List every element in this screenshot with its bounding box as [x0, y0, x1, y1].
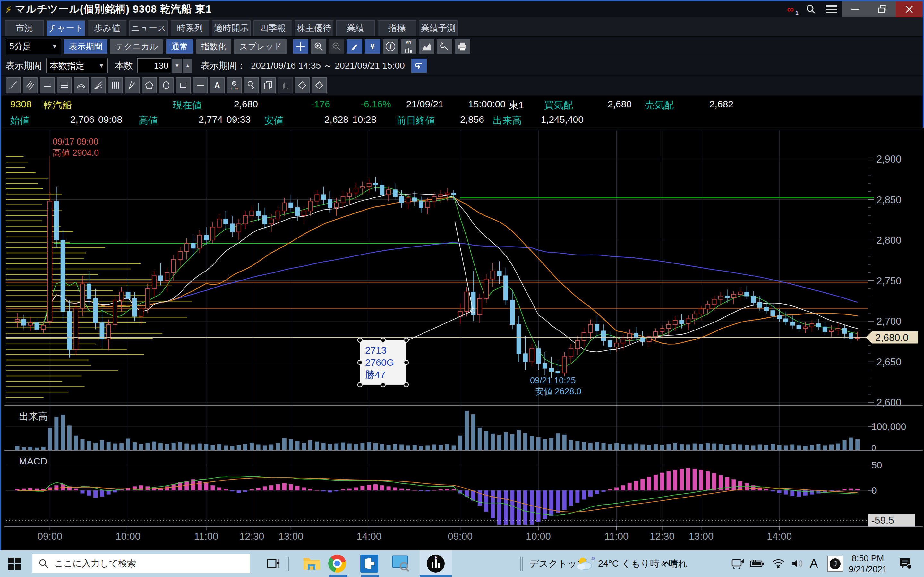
trend-line-icon[interactable] [6, 77, 21, 93]
hand-tool-icon[interactable] [278, 77, 292, 93]
tab-株主優待[interactable]: 株主優待 [295, 20, 333, 36]
open-label: 始値 [10, 114, 29, 127]
button-表示期間[interactable]: 表示期間 [64, 39, 107, 53]
angle-lines-icon[interactable] [125, 77, 140, 93]
selection-handle[interactable] [381, 382, 385, 387]
my-chart-icon[interactable]: MY​ [401, 39, 416, 53]
triple-hline-icon[interactable] [57, 77, 71, 93]
tab-四季報[interactable]: 四季報 [254, 20, 292, 36]
tab-業績[interactable]: 業績 [336, 20, 375, 36]
tab-ニュース[interactable]: ニュース [129, 20, 168, 36]
app-logo-icon: ⚡ [5, 4, 12, 15]
interval-dropdown[interactable]: 5分足▼ [6, 39, 61, 54]
volume-icon[interactable] [788, 553, 806, 574]
yen-icon[interactable]: ¥ [365, 39, 380, 53]
time-tick-label: 13:00 [278, 531, 304, 542]
eraser-all-icon[interactable]: A [312, 77, 326, 93]
button-指数化[interactable]: 指数化 [196, 39, 231, 53]
selection-handle[interactable] [358, 382, 362, 387]
action-center-icon[interactable] [896, 553, 915, 574]
start-button[interactable] [8, 550, 21, 577]
cast-icon[interactable] [728, 553, 746, 574]
close-button[interactable] [896, 1, 923, 17]
wifi-icon[interactable] [769, 553, 787, 574]
price-chart[interactable]: 2,9002,8502,8002,7502,7002,6502,6002,680… [1, 127, 924, 552]
button-テクニカル[interactable]: テクニカル [110, 39, 163, 53]
selection-handle[interactable] [404, 338, 409, 342]
vertical-lines-icon[interactable] [108, 77, 123, 93]
wrench-icon[interactable] [437, 39, 452, 53]
chrome-icon[interactable] [326, 553, 348, 574]
area-chart-icon[interactable] [419, 39, 434, 53]
text-label-icon[interactable]: A [210, 77, 225, 93]
reload-button[interactable] [411, 59, 427, 73]
drop-marker-icon[interactable] [244, 77, 258, 93]
selection-handle[interactable] [381, 338, 385, 342]
selection-handle[interactable] [358, 360, 362, 365]
tab-歩み値[interactable]: 歩み値 [88, 20, 126, 36]
blue-app-icon[interactable] [359, 553, 380, 574]
period-mode-dropdown[interactable]: 本数指定▼ [46, 58, 108, 73]
tab-適時開示[interactable]: 適時開示 [212, 20, 250, 36]
selection-handle[interactable] [358, 338, 362, 342]
pencil-icon[interactable] [347, 39, 362, 53]
file-explorer-icon[interactable] [301, 553, 322, 574]
remote-screen-icon[interactable] [390, 553, 411, 574]
selection-handle[interactable] [404, 360, 409, 365]
market-label: 東1 [509, 99, 524, 112]
icon-stamp-icon[interactable]: ICON [227, 77, 242, 93]
pentagon-icon[interactable] [142, 77, 157, 93]
tab-時系列[interactable]: 時系列 [171, 20, 209, 36]
printer-icon[interactable] [455, 39, 470, 53]
tab-業績予測[interactable]: 業績予測 [419, 20, 457, 36]
time-tick-label: 11:00 [604, 531, 628, 542]
rectangle-icon[interactable] [176, 77, 191, 93]
fibo-arc-icon[interactable] [74, 77, 89, 93]
marketspeed-app-icon[interactable]: R [425, 553, 446, 574]
time-tick-label: 09:00 [448, 531, 473, 542]
count-input[interactable]: 130 [137, 58, 171, 73]
link-icon[interactable]: ∞1 [780, 1, 801, 17]
zoom-in-icon[interactable] [311, 39, 326, 53]
button-スプレッド[interactable]: スプレッド [234, 39, 287, 53]
hatch-parallel-icon[interactable] [23, 77, 37, 93]
period-label: 表示期間 [6, 60, 42, 72]
tab-市況[interactable]: 市況 [5, 20, 44, 36]
ime-mode-indicator[interactable]: A [810, 550, 818, 577]
taskbar-clock[interactable]: 8:50 PM 9/21/2021 [847, 553, 889, 575]
tray-expand-chevron[interactable] [658, 553, 674, 574]
crosshair-icon[interactable] [293, 39, 309, 53]
count-down-button[interactable]: ▼ [172, 59, 182, 73]
info-icon[interactable]: i [383, 39, 398, 53]
minimize-button[interactable] [842, 1, 869, 17]
double-hline-icon[interactable] [40, 77, 55, 93]
taskbar-search[interactable] [32, 554, 250, 574]
search-icon[interactable] [801, 1, 821, 17]
battery-icon[interactable] [748, 553, 766, 574]
ellipse-icon[interactable] [159, 77, 174, 93]
tab-指標[interactable]: 指標 [378, 20, 416, 36]
ask-label: 売気配 [645, 99, 674, 112]
quote-row-2: 始値 2,706 09:08 高値 2,774 09:33 安値 2,628 1… [1, 111, 923, 127]
horizontal-segment-icon[interactable] [193, 77, 208, 93]
time-tick-label: 10:00 [526, 531, 551, 542]
tab-チャート[interactable]: チャート [47, 20, 85, 36]
fan-lines-icon[interactable] [91, 77, 105, 93]
selection-handle[interactable] [404, 382, 409, 387]
eraser-icon[interactable] [295, 77, 310, 93]
zoom-out-icon[interactable] [329, 39, 344, 53]
copy-object-icon[interactable] [261, 77, 276, 93]
restore-button[interactable] [869, 1, 896, 17]
window-title: マルチツール(個別銘柄) 9308 乾汽船 東1 [15, 2, 212, 16]
volume-tick-label: 100,000 [871, 421, 906, 432]
bid-label: 買気配 [544, 99, 573, 112]
task-view-icon[interactable] [262, 553, 284, 574]
button-通常[interactable]: 通常 [166, 39, 193, 53]
count-up-button[interactable]: ▲ [183, 59, 192, 73]
volume-tick-label: 0 [871, 443, 876, 453]
menu-icon[interactable] [821, 1, 842, 17]
ime-lang-indicator[interactable]: J [827, 550, 843, 577]
quote-date: 21/09/21 [406, 99, 444, 110]
search-input[interactable] [53, 558, 222, 569]
callout-text: 2760G [365, 357, 394, 367]
